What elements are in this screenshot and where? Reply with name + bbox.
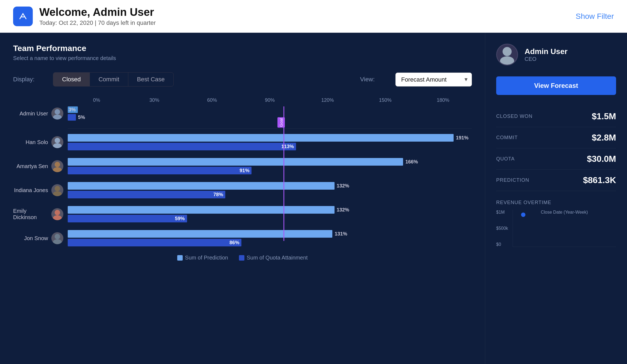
bar-amartya-dark: 91% bbox=[68, 167, 252, 174]
svg-point-11 bbox=[53, 239, 62, 244]
stat-value-closed-won: $1.5M bbox=[592, 111, 616, 121]
tab-commit[interactable]: Commit bbox=[90, 73, 128, 86]
stat-label-commit: COMMIT bbox=[496, 135, 518, 141]
row-label-indiana: Indiana Jones bbox=[13, 184, 68, 196]
bar-label-admin-light: 3% bbox=[69, 107, 76, 113]
row-label-jon: Jon Snow bbox=[13, 232, 68, 244]
avatar-jon bbox=[51, 232, 63, 244]
table-row[interactable]: Emily Dickinson 132% 59% bbox=[13, 206, 472, 222]
section-title: Team Performance bbox=[13, 44, 472, 53]
revenue-dot bbox=[521, 213, 525, 217]
bar-label-han-light: 191% bbox=[456, 135, 468, 141]
user-avatar bbox=[496, 44, 518, 65]
stat-row-quota: QUOTA $30.0M bbox=[496, 148, 616, 170]
table-row[interactable]: Jon Snow 131% 86% bbox=[13, 230, 472, 246]
legend-item-prediction: Sum of Prediction bbox=[177, 255, 228, 261]
header: Welcome, Admin User Today: Oct 22, 2020 … bbox=[0, 0, 627, 33]
header-subtitle: Today: Oct 22, 2020 | 70 days left in qu… bbox=[39, 19, 156, 26]
bars-amartya: 166% 91% bbox=[68, 158, 472, 174]
row-label-amartya: Amartya Sen bbox=[13, 160, 68, 172]
svg-point-9 bbox=[53, 215, 62, 220]
chart-controls: Display: Closed Commit Best Case View: F… bbox=[13, 72, 472, 86]
view-forecast-button[interactable]: View Forecast bbox=[496, 76, 616, 95]
display-label: Display: bbox=[13, 76, 34, 83]
avatar-admin bbox=[51, 108, 63, 120]
bar-emily-light bbox=[68, 206, 335, 214]
row-name-jon: Jon Snow bbox=[24, 235, 48, 241]
revenue-y-label-0: $0 bbox=[496, 242, 508, 247]
view-select-wrapper[interactable]: Forecast Amount Quota Attainment bbox=[395, 73, 472, 86]
row-name-emily: Emily Dickinson bbox=[13, 208, 48, 220]
bars-emily: 132% 59% bbox=[68, 206, 472, 222]
legend-label-prediction: Sum of Prediction bbox=[185, 255, 228, 261]
avatar-emily bbox=[51, 208, 63, 220]
stat-value-quota: $30.0M bbox=[587, 154, 616, 164]
bar-label-indiana-dark: 78% bbox=[213, 192, 223, 198]
bar-label-emily-light: 132% bbox=[337, 207, 349, 213]
table-row[interactable]: Han Solo 191% 113% bbox=[13, 134, 472, 150]
bar-han-light bbox=[68, 134, 454, 142]
bar-admin-dark bbox=[68, 114, 76, 121]
table-row[interactable]: Indiana Jones 132% 78% bbox=[13, 182, 472, 198]
bars-han: 191% 113% bbox=[68, 134, 472, 150]
stat-label-quota: QUOTA bbox=[496, 156, 515, 162]
row-name-amartya: Amartya Sen bbox=[16, 163, 48, 169]
page-title: Welcome, Admin User bbox=[39, 6, 156, 18]
bar-label-indiana-light: 132% bbox=[337, 183, 349, 189]
table-row[interactable]: Admin User 3% bbox=[13, 106, 472, 121]
bars-jon: 131% 86% bbox=[68, 230, 472, 246]
app-icon bbox=[13, 7, 33, 26]
revenue-title: REVENUE OVERTIME bbox=[496, 200, 616, 205]
bar-label-admin-dark: 5% bbox=[78, 115, 85, 120]
x-label-4: 120% bbox=[299, 97, 356, 103]
stat-row-commit: COMMIT $2.8M bbox=[496, 127, 616, 148]
stat-value-commit: $2.8M bbox=[592, 133, 616, 143]
x-label-0: 0% bbox=[68, 97, 125, 103]
svg-point-6 bbox=[55, 186, 60, 191]
left-panel: Team Performance Select a name to view p… bbox=[0, 33, 485, 364]
stat-row-prediction: PREDICTION $861.3K bbox=[496, 170, 616, 191]
table-row[interactable]: Amartya Sen 166% 91% bbox=[13, 158, 472, 174]
x-label-2: 60% bbox=[183, 97, 241, 103]
show-filter-button[interactable]: Show Filter bbox=[576, 12, 614, 21]
revenue-section: REVENUE OVERTIME $1M $500k $0 Close Date… bbox=[496, 200, 616, 253]
bar-jon-light bbox=[68, 230, 332, 238]
legend-dot-prediction bbox=[177, 255, 183, 261]
section-subtitle: Select a name to view performance detail… bbox=[13, 55, 472, 61]
bar-han-dark: 113% bbox=[68, 143, 296, 150]
svg-point-8 bbox=[55, 210, 60, 215]
svg-point-2 bbox=[55, 138, 60, 143]
x-label-3: 90% bbox=[241, 97, 298, 103]
bar-indiana-dark: 78% bbox=[68, 191, 225, 198]
avatar-han bbox=[51, 136, 63, 148]
bar-amartya-light bbox=[68, 158, 403, 166]
x-label-5: 150% bbox=[356, 97, 414, 103]
user-name: Admin User bbox=[525, 47, 567, 56]
header-left: Welcome, Admin User Today: Oct 22, 2020 … bbox=[13, 6, 156, 26]
legend-label-quota: Sum of Quota Attainment bbox=[247, 255, 307, 261]
svg-point-0 bbox=[55, 109, 60, 115]
stat-value-prediction: $861.3K bbox=[583, 175, 616, 185]
row-label-emily: Emily Dickinson bbox=[13, 208, 68, 220]
bars-admin: 3% 5% bbox=[68, 106, 472, 121]
row-separator-1 bbox=[68, 128, 472, 129]
view-select[interactable]: Forecast Amount Quota Attainment bbox=[395, 73, 472, 86]
user-role: CEO bbox=[525, 56, 567, 62]
x-label-1: 30% bbox=[125, 97, 183, 103]
main-content: Team Performance Select a name to view p… bbox=[0, 33, 627, 364]
tab-closed[interactable]: Closed bbox=[53, 73, 90, 86]
bar-label-amartya-dark: 91% bbox=[239, 168, 249, 174]
tab-best-case[interactable]: Best Case bbox=[128, 73, 174, 86]
bar-indiana-light bbox=[68, 182, 335, 190]
revenue-y-label-1m: $1M bbox=[496, 210, 508, 215]
svg-point-10 bbox=[55, 234, 60, 239]
goal-line: Goal bbox=[283, 106, 284, 241]
bar-emily-dark: 59% bbox=[68, 215, 187, 222]
display-tab-group: Closed Commit Best Case bbox=[53, 72, 174, 86]
svg-point-1 bbox=[53, 115, 62, 120]
svg-point-5 bbox=[53, 167, 62, 172]
chart-rows-container: Admin User 3% bbox=[13, 106, 472, 246]
row-name-admin: Admin User bbox=[20, 111, 48, 117]
bar-label-emily-dark: 59% bbox=[175, 216, 185, 222]
legend-dot-quota bbox=[239, 255, 244, 261]
